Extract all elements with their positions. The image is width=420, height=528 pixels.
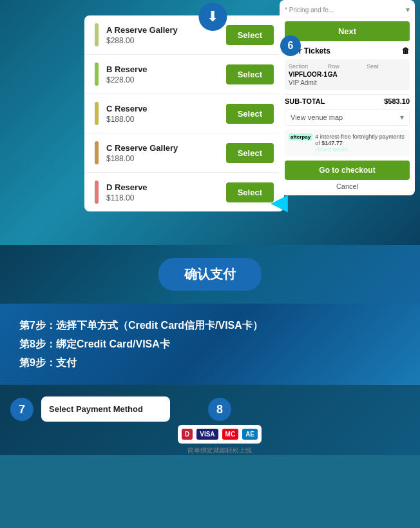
section-value: VIPFLOOR-1 [289, 71, 328, 78]
venue-map-label: View venue map [291, 113, 343, 121]
color-bar-d [95, 181, 99, 204]
select-btn-a[interactable]: Select [226, 25, 274, 45]
mastercard-icon: MC [222, 429, 239, 440]
next-button[interactable]: Next [285, 21, 410, 41]
ticket-row-a: A Reserve Gallery $288.00 Select [84, 15, 284, 55]
select-btn-d[interactable]: Select [226, 182, 274, 202]
card-icons-box: D VISA MC AE [178, 425, 262, 444]
ticket-info-c-gallery: C Reserve Gallery $188.00 [106, 143, 226, 163]
afterpay-row: afterpay 4 interest-free fortnightly pay… [285, 130, 410, 157]
ticket-info-c: C Reserve $188.00 [106, 104, 226, 124]
amex-icon: AE [242, 429, 258, 440]
admit-label: VIP Admit [289, 79, 406, 86]
chevron-down-icon[interactable] [406, 5, 410, 14]
afterpay-amount: $147.77 [321, 140, 343, 146]
trash-icon[interactable] [402, 46, 410, 55]
diners-icon: D [182, 429, 193, 440]
ticket-name-c: C Reserve [106, 104, 226, 113]
ticket-row-d: D Reserve $118.00 Select [84, 173, 284, 211]
pricing-note: * Pricing and fe... [285, 6, 334, 14]
ticket-price-c-gallery: $188.00 [106, 154, 226, 163]
select-btn-c-gallery[interactable]: Select [226, 143, 274, 163]
step-badge-6: 6 [280, 35, 301, 56]
card-small-text: 简单绑定就能轻松上线 [187, 446, 252, 455]
afterpay-logo: afterpay [289, 133, 312, 141]
ticket-price-b: $228.00 [106, 75, 226, 84]
ticket-info-b: B Reserve $228.00 [106, 64, 226, 84]
ticket-price-c: $188.00 [106, 115, 226, 124]
venue-map-row[interactable]: View venue map [285, 109, 410, 126]
row-value: GA [328, 71, 367, 78]
ticket-name-c-gallery: C Reserve Gallery [106, 143, 226, 153]
color-bar-c [95, 102, 99, 125]
confirm-payment-label: 确认支付 [158, 258, 262, 291]
venue-map-chevron-icon [400, 113, 404, 122]
color-bar-a [95, 23, 99, 46]
badge-8-container: 8 D VISA MC AE 简单绑定就能轻松上线 [178, 391, 262, 455]
afterpay-info: 4 interest-free fortnightly payments of … [315, 133, 406, 153]
section-label: Section [289, 63, 328, 70]
ticket-detail-header: Section Row Seat [289, 63, 406, 70]
payment-method-title: Select Payment Method [49, 404, 162, 414]
color-bar-b [95, 63, 99, 86]
step-badge-7: 7 [10, 398, 33, 421]
subtotal-row: SUB-TOTAL $583.10 [285, 94, 410, 105]
subtotal-label: SUB-TOTAL [285, 97, 325, 105]
payment-card: Select Payment Method [41, 396, 170, 422]
ticket-name-d: D Reserve [106, 182, 226, 192]
how-it-works-link[interactable]: How it works [315, 146, 348, 153]
your-tickets-header: Your Tickets [285, 46, 410, 55]
ticket-name-b: B Reserve [106, 64, 226, 74]
step7-text: 第7步：选择下单方式（Credit Card信用卡/VISA卡） [19, 317, 401, 335]
visa-icon: VISA [196, 429, 218, 440]
ticket-price-d: $118.00 [106, 193, 226, 202]
step8-text: 第8步：绑定Credit Card/VISA卡 [19, 335, 401, 354]
ticket-row-c-gallery: C Reserve Gallery $188.00 Select [84, 133, 284, 173]
ticket-price-a: $288.00 [106, 36, 226, 45]
select-btn-b[interactable]: Select [226, 64, 274, 84]
pricing-row: * Pricing and fe... [285, 5, 410, 17]
confirm-payment-section: 确认支付 [0, 245, 420, 304]
ticket-list-card: A Reserve Gallery $288.00 Select B Reser… [84, 15, 284, 211]
step-badge-8: 8 [208, 398, 231, 421]
select-btn-c[interactable]: Select [226, 104, 274, 124]
ticket-row-c: C Reserve $188.00 Select [84, 94, 284, 133]
color-bar-c-gallery [95, 141, 99, 164]
ticket-info-d: D Reserve $118.00 [106, 182, 226, 202]
step9-text: 第9步：支付 [19, 354, 401, 373]
row-label: Row [328, 63, 367, 70]
badge-7-container: 7 [10, 391, 33, 421]
go-to-checkout-button[interactable]: Go to checkout [285, 161, 410, 180]
seat-label: Seat [367, 63, 406, 70]
ticket-row-b: B Reserve $228.00 Select [84, 55, 284, 94]
ticket-detail-row: Section Row Seat VIPFLOOR-1 GA VIP Admit [285, 59, 410, 90]
cancel-link[interactable]: Cancel [285, 182, 410, 190]
right-panel: * Pricing and fe... Next Your Tickets Se… [280, 0, 415, 195]
seat-value [367, 71, 406, 78]
payment-section: 7 Select Payment Method 8 D VISA MC AE 简… [0, 385, 420, 455]
instruction-section: 第7步：选择下单方式（Credit Card信用卡/VISA卡） 第8步：绑定C… [0, 304, 420, 385]
subtotal-value: $583.10 [384, 97, 410, 105]
checkout-arrow: ◀ [271, 190, 287, 215]
